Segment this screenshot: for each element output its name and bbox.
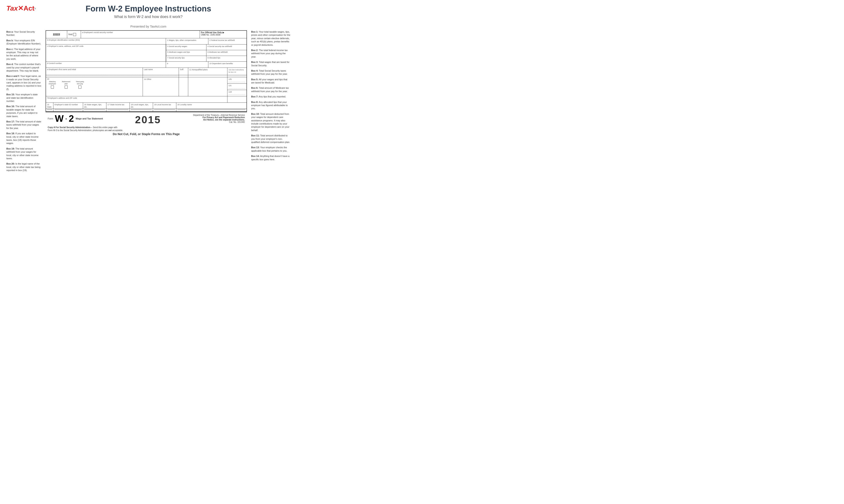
- cell-box19: 19 Local income tax: [153, 103, 176, 109]
- cell-box2: 2 Federal income tax withheld: [208, 38, 246, 44]
- form-footer: Form W - 2 Wage and Tax Statement 2015 D…: [46, 112, 247, 137]
- cell-box16: 16 State wages, tips, etc.: [83, 103, 106, 109]
- cell-emp-firstname: e Employee's first name and initial: [46, 68, 143, 75]
- cell-box12a: 12a See instructions for box 12: [227, 68, 246, 75]
- left-box-16: Box 16: The total amount of taxable wage…: [6, 105, 41, 118]
- footer-do-not-cut: Do Not Cut, Fold, or Staple Forms on Thi…: [48, 132, 245, 136]
- cell-box5: 5 Medicare wages and tips: [166, 50, 206, 56]
- dashed-row-emp: [46, 75, 246, 77]
- right-box-4: Box 4: Total Social Security taxes withh…: [251, 69, 290, 76]
- left-box-b: Box b: Your employers EIN (Employer Iden…: [6, 39, 41, 46]
- logo-trademark: ®: [35, 7, 36, 10]
- form-row-5: e Employee's first name and initial Last…: [46, 68, 246, 75]
- right-box-13: Box 13: Your employer checks the applica…: [251, 146, 290, 152]
- right-box-2: Box 2: The total federal income tax with…: [251, 49, 290, 58]
- cell-box7: 7 Social security tips: [166, 56, 206, 61]
- footer-top: Form W - 2 Wage and Tax Statement 2015 D…: [48, 114, 245, 126]
- cell-box11: 11 Nonqualified plans: [188, 68, 227, 75]
- right-box-7: Box 7: Any tips that you reported.: [251, 95, 290, 98]
- main-layout: Box a: Your Social Security Number. Box …: [0, 30, 297, 174]
- left-box-ef: Box e and f: Your legal name, as it read…: [6, 74, 41, 91]
- cell-suff: Suff.: [179, 68, 188, 75]
- right-box-14: Box 14: Anything that doesn't have a spe…: [251, 155, 290, 161]
- right-box-3: Box 3: Total wages that are taxed for So…: [251, 60, 290, 67]
- left-box-19: Box 19: The total amount withheld from y…: [6, 147, 41, 160]
- right-box-11: Box 11: Total amount distributed to you …: [251, 134, 290, 144]
- void-checkbox[interactable]: [73, 33, 76, 36]
- third-party-group: Third-party sick pay: [74, 81, 85, 89]
- w2-form: 22222 Void a Employee's social security …: [46, 30, 247, 112]
- footer-dept-info: Department of the Treasury—Internal Reve…: [193, 114, 245, 123]
- left-box-20: Box 20: Is the legal name of the local, …: [6, 162, 41, 172]
- w2-number: 2: [69, 114, 74, 123]
- form-row-6: 13 Statutory employee Retirement plan Th…: [46, 77, 246, 96]
- cell-state-id: Employer's state ID number: [53, 103, 83, 109]
- cell-box14: 14 Other: [143, 77, 179, 96]
- cell-box18: 18 Local wages, tips, etc.: [130, 103, 153, 109]
- page-header: Tax✕Act® Form W-2 Employee Instructions …: [0, 0, 297, 21]
- cell-official-use: For Official Use Only ▶ OMB No. 1545-000…: [200, 31, 246, 38]
- cell-box20: 20 Locality name: [176, 103, 246, 109]
- cell-box15-state: 15 State: [46, 103, 53, 109]
- right-box-1: Box 1: Your total taxable wages, tips, p…: [251, 30, 290, 47]
- cell-employer-name: c Employer's name, address, and ZIP code: [46, 44, 166, 61]
- cell-12b-12d: 12b 12c 12d: [227, 77, 246, 96]
- cell-spacer-right: [227, 96, 246, 103]
- cell-box6: 6 Medicare tax withheld: [206, 50, 246, 56]
- box-row-56: 5 Medicare wages and tips 6 Medicare tax…: [166, 50, 246, 56]
- cell-ssn: a Employee's social security number: [81, 31, 200, 38]
- boxes-right-group: 3 Social security wages 4 Social securit…: [166, 44, 246, 61]
- form-row-4: d Control number 9 10 Dependent care ben…: [46, 61, 246, 68]
- footer-copy2: Form W-3 to the Social Security Administ…: [48, 129, 245, 131]
- cell-control-d: d Control number: [46, 61, 166, 68]
- left-sidebar: Box a: Your Social Security Number. Box …: [2, 30, 44, 174]
- right-box-8: Box 8: Any allocated tips that your empl…: [251, 101, 290, 110]
- right-box-5: Box 5: All your wages and tips that are …: [251, 78, 290, 85]
- cell-checkboxes-13: 13 Statutory employee Retirement plan Th…: [46, 77, 143, 96]
- third-party-checkbox[interactable]: [79, 86, 81, 89]
- page-title: Form W-2 Employee Instructions: [0, 4, 297, 13]
- cell-box3: 3 Social security wages: [166, 44, 206, 50]
- dashed-row-state: [46, 109, 246, 111]
- form-row-state: 15 State Employer's state ID number 16 S…: [46, 103, 246, 109]
- form-row-1: 22222 Void a Employee's social security …: [46, 31, 246, 38]
- logo-text: Tax: [6, 4, 18, 12]
- right-box-6: Box 6: Total amount of Medicare tax with…: [251, 86, 290, 93]
- right-sidebar: Box 1: Your total taxable wages, tips, p…: [249, 30, 295, 174]
- form-row-2: b Employer identification number (EIN) 1…: [46, 38, 246, 44]
- retirement-plan-group: Retirement plan: [61, 81, 71, 89]
- form-row-3: c Employer's name, address, and ZIP code…: [46, 44, 246, 61]
- form-row-7: f Employee's address and ZIP code: [46, 96, 246, 103]
- logo-x-mark: ✕: [18, 4, 23, 12]
- w2-big-letter: W: [55, 114, 64, 123]
- cell-control-22222: 22222: [46, 31, 67, 38]
- w2-form-container: 22222 Void a Employee's social security …: [44, 30, 249, 174]
- left-box-d: Box d: The control number that's used by…: [6, 63, 41, 72]
- box-row-78: 7 Social security tips 8 Allocated tips: [166, 56, 246, 61]
- left-box-c: Box c: The legal address of your employe…: [6, 48, 41, 61]
- left-box-18: Box 18: If you are subject to local, cit…: [6, 132, 41, 145]
- w2-identity: Form W - 2 Wage and Tax Statement: [48, 114, 103, 123]
- cell-void: Void: [67, 31, 81, 38]
- cell-emp-address: f Employee's address and ZIP code: [46, 96, 227, 103]
- cell-ein: b Employer identification number (EIN): [46, 38, 166, 44]
- statutory-checkbox[interactable]: [51, 86, 54, 89]
- cell-spacer: [179, 77, 188, 96]
- retirement-checkbox[interactable]: [65, 86, 68, 89]
- presented-by: Presented by TaxAct.com: [0, 24, 297, 28]
- logo-act: Act: [23, 4, 35, 12]
- taxact-logo: Tax✕Act®: [6, 4, 36, 12]
- cell-box17: 17 State income tax: [106, 103, 130, 109]
- cell-box12d: 12d: [227, 90, 246, 96]
- page-subtitle: What is form W-2 and how does it work?: [0, 15, 297, 19]
- footer-copy-info: Copy A For Social Security Administratio…: [48, 126, 245, 128]
- statutory-employee-group: Statutory employee: [47, 81, 58, 89]
- cell-box8: 8 Allocated tips: [206, 56, 246, 61]
- w2-dash-char: -: [65, 115, 67, 122]
- cell-box10: 10 Dependent care benefits: [208, 61, 246, 68]
- cell-emp-lastname: Last name: [143, 68, 179, 75]
- left-box-17: Box 17: The total amount of state taxes …: [6, 120, 41, 130]
- cell-box4: 4 Social security tax withheld: [206, 44, 246, 50]
- right-box-10: Box 10: Total amount deducted from your …: [251, 112, 290, 132]
- cell-box12b: 12b: [227, 77, 246, 84]
